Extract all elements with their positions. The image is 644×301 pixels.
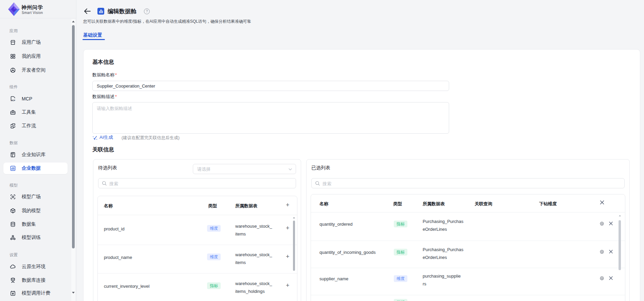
sidebar-item-knowledge-base[interactable]: 企业知识库 <box>3 149 68 161</box>
table-row: current_inventory_level 指标 warehouse_sto… <box>98 274 297 301</box>
source-table-line2: items_holdings <box>235 289 265 294</box>
selected-search-input[interactable] <box>322 179 615 188</box>
tab-active-underline <box>82 39 105 40</box>
bar-chart-icon <box>10 165 16 172</box>
help-icon[interactable]: ? <box>144 8 150 14</box>
col-type: 类型 <box>393 201 402 207</box>
datapod-icon <box>97 8 104 15</box>
col-linked-query: 关联查询 <box>475 201 492 207</box>
add-field-button[interactable]: + <box>286 282 290 288</box>
source-table-line2: items <box>235 231 246 237</box>
brand-logo-icon <box>7 2 20 16</box>
field-name: quantity_of_incoming_goods <box>319 250 376 255</box>
search-icon <box>315 181 320 186</box>
table-scroll-up-arrow[interactable] <box>619 215 621 217</box>
candidate-search-box <box>98 178 296 188</box>
type-badge: 维度 <box>394 275 407 282</box>
selected-list-title: 已选列表 <box>311 165 330 171</box>
table-row: supplier_name 维度 purchasing_supplie rs <box>311 268 625 295</box>
sidebar-item-billing[interactable]: 模型调用计费 <box>3 287 68 299</box>
sidebar-item-model-plaza[interactable]: 模型广场 <box>3 191 68 203</box>
mcp-file-icon: MCP <box>10 95 16 102</box>
field-name: quantity_ordered <box>319 222 353 227</box>
sidebar-item-my-models[interactable]: 我的模型 <box>3 205 68 217</box>
row-remove-button[interactable] <box>609 221 613 227</box>
sidebar-item-my-apps[interactable]: 我的应用 <box>3 51 68 62</box>
datapod-desc-textarea[interactable] <box>92 102 449 134</box>
storefront-icon <box>10 39 16 46</box>
back-button[interactable] <box>84 8 91 14</box>
field-name: current_inventory_level <box>104 284 149 289</box>
basic-info-heading: 基本信息 <box>92 59 114 66</box>
relation-info-heading: 关联信息 <box>92 146 114 153</box>
cube-icon <box>10 207 16 214</box>
sidebar-item-enterprise-data[interactable]: 企业数据 <box>3 163 68 174</box>
row-settings-button[interactable] <box>599 276 605 282</box>
add-field-button[interactable]: + <box>286 225 290 231</box>
selected-list-panel: 已选列表 名称 类型 所属数据表 关联查询 下钻维度 <box>306 159 630 301</box>
page-description: 您可以关联数据表中的维度/指标，在AI应用中自动生成精准SQL语句，确保分析结果… <box>83 19 251 24</box>
table-scrollbar-thumb[interactable] <box>619 220 621 270</box>
datapod-name-input[interactable] <box>92 81 449 91</box>
row-remove-button[interactable] <box>609 276 613 281</box>
model-plaza-icon <box>10 193 16 200</box>
ai-generate-button[interactable]: AI生成 <box>92 134 113 140</box>
add-field-button[interactable]: + <box>286 253 290 260</box>
scrollbar-down-arrow[interactable] <box>72 292 75 294</box>
required-asterisk: * <box>115 72 117 77</box>
desc-field-label: 数据舱描述* <box>92 94 117 100</box>
type-badge: 指标 <box>394 299 407 301</box>
brand-name: 神州问学 <box>21 4 43 11</box>
sidebar-item-app-plaza[interactable]: 应用广场 <box>3 37 68 48</box>
source-table-line1: Purchasing_Purchas <box>423 247 463 252</box>
scrollbar-up-arrow[interactable] <box>72 21 75 22</box>
close-icon <box>609 221 613 226</box>
search-icon <box>102 181 107 186</box>
sidebar-item-db-connection[interactable]: 数据库连接 <box>3 275 68 286</box>
col-table: 所属数据表 <box>235 203 257 209</box>
table-select-dropdown[interactable]: 请选择 <box>193 164 296 174</box>
add-all-button[interactable]: + <box>286 202 290 208</box>
billing-icon <box>10 290 16 297</box>
page-title: 编辑数据舱 <box>108 7 136 15</box>
required-asterisk: * <box>115 94 117 99</box>
workflow-icon <box>10 123 16 129</box>
col-drill-dimension: 下钻维度 <box>539 201 557 207</box>
candidate-search-input[interactable] <box>109 179 290 188</box>
sidebar-scrollbar-thumb[interactable] <box>72 25 75 248</box>
table-scrollbar-thumb[interactable] <box>293 221 295 271</box>
col-type: 类型 <box>208 203 217 209</box>
sidebar-item-cloud-native[interactable]: 云原生环境 <box>3 261 68 272</box>
toolbox-icon <box>10 109 16 116</box>
brand-tagline: Smart Vision <box>22 11 43 15</box>
sidebar-item-datasets[interactable]: 数据集 <box>3 219 68 230</box>
type-badge: 维度 <box>207 225 221 232</box>
source-table-line1: warehouse_stock_ <box>235 281 272 286</box>
row-settings-button[interactable] <box>599 221 605 227</box>
tab-basic-settings[interactable]: 基础设置 <box>83 32 102 38</box>
sidebar-item-model-training[interactable]: 模型训练 <box>3 232 68 243</box>
col-name: 名称 <box>104 203 113 209</box>
chevron-down-icon <box>289 168 292 170</box>
sidebar-item-developer-space[interactable]: 开发者空间 <box>3 64 68 76</box>
table-row: product_name 维度 warehouse_stock_ items + <box>98 245 297 274</box>
logo-area: 神州问学 Smart Vision <box>0 0 76 18</box>
table-scroll-up-arrow[interactable] <box>293 217 295 219</box>
table-row-partial: 指标 <box>311 295 625 301</box>
close-icon <box>609 276 613 280</box>
row-remove-button[interactable] <box>609 249 613 255</box>
sidebar-item-toolbox[interactable]: 工具集 <box>3 107 68 118</box>
knowledge-base-icon <box>10 151 16 158</box>
form-card: 基本信息 数据舱名称* 数据舱描述* AI生成 (建议在配置完关联信息后生成) … <box>83 49 640 301</box>
row-settings-button[interactable] <box>599 249 605 256</box>
source-table-line1: purchasing_supplie <box>423 274 461 279</box>
sidebar-section-model: 模型 <box>10 183 18 188</box>
name-field-label: 数据舱名称* <box>92 72 117 78</box>
sidebar: 神州问学 Smart Vision 应用 应用广场 我的应用 开发者空间 组件 <box>0 0 76 301</box>
remove-all-button[interactable] <box>600 200 605 206</box>
table-row: quantity_ordered 指标 Purchasing_Purchas e… <box>311 212 625 241</box>
close-icon <box>600 200 605 205</box>
sidebar-item-mcp[interactable]: MCP MCP <box>3 93 68 105</box>
database-icon <box>10 221 16 228</box>
sidebar-item-workflow[interactable]: 工作流 <box>3 120 68 132</box>
